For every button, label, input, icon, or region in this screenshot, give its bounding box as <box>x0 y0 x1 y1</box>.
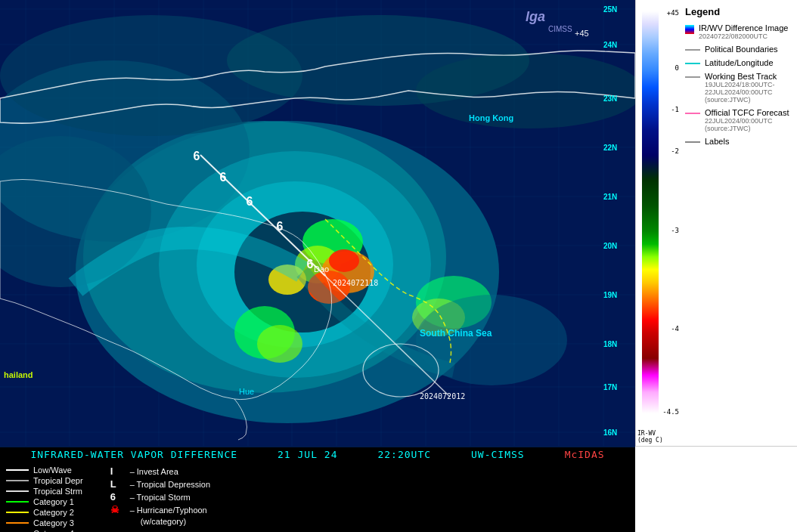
latlon-line <box>685 63 700 64</box>
svg-line-48 <box>200 155 325 276</box>
svg-text:2024072118: 2024072118 <box>333 279 378 287</box>
invest-symbol: I <box>110 466 126 477</box>
svg-text:South China Sea: South China Sea <box>420 328 492 339</box>
svg-text:CIMSS: CIMSS <box>548 25 572 33</box>
legend-ts-symbol: 6 – Tropical Storm <box>110 491 210 503</box>
svg-text:Hue: Hue <box>239 387 254 396</box>
legend-title: Legend <box>685 6 792 17</box>
svg-text:2024072012: 2024072012 <box>420 392 465 401</box>
bottom-bar: INFRARED-WATER VAPOR DIFFERENCE 21 JUL 2… <box>0 447 635 532</box>
invest-label: – Invest Area <box>130 467 178 476</box>
svg-point-32 <box>416 53 635 128</box>
ir-label: IR/WV Difference Image <box>699 23 788 32</box>
svg-point-47 <box>363 344 439 397</box>
color-bar <box>642 11 659 435</box>
track-legend-col: Low/Wave Tropical Depr Tropical Strm Cat… <box>0 462 89 532</box>
td-symbol-label: – Tropical Depression <box>130 480 210 489</box>
scale-0-label: 0 <box>675 64 679 72</box>
cat2-label: Category 2 <box>33 508 74 517</box>
td-label: Tropical Depr <box>33 476 83 485</box>
text-legend-area: Legend IR/WV Difference Image 20240722/0… <box>681 0 797 446</box>
svg-point-34 <box>197 181 393 348</box>
svg-text:17N: 17N <box>603 383 617 391</box>
legend-item-ts: Tropical Strm <box>6 487 83 496</box>
svg-text:16N: 16N <box>603 428 617 437</box>
svg-text:6: 6 <box>307 258 314 271</box>
legend-hurricane-symbol: ☠ – Hurricane/Typhoon <box>110 504 210 515</box>
scale-neg1-label: -1 <box>671 106 679 113</box>
software-text: McIDAS <box>565 449 605 460</box>
hurricane-symbol: ☠ <box>110 504 126 515</box>
svg-text:hailand: hailand <box>4 370 33 379</box>
svg-point-44 <box>416 276 492 329</box>
svg-point-40 <box>308 271 350 304</box>
svg-text:6: 6 <box>277 220 284 233</box>
legend-td-symbol: L – Tropical Depression <box>110 478 210 490</box>
svg-point-45 <box>412 298 465 336</box>
svg-text:6: 6 <box>220 171 227 184</box>
td-line <box>6 480 29 481</box>
color-scale-area: +45 0 -1 -2 -3 -4 -4.5 IR-WV(deg C) <box>635 0 681 446</box>
ir-timestamp: 20240722/082000UTC <box>699 32 788 40</box>
besttrack-date2: 22JUL2024/00:00UTC (source:JTWC) <box>705 88 792 104</box>
legend-invest: I – Invest Area <box>110 466 210 477</box>
infrared-label: INFRARED-WATER VAPOR DIFFERENCE 21 JUL 2… <box>0 449 635 460</box>
political-label: Political Boundaries <box>705 45 778 54</box>
svg-text:19N: 19N <box>603 291 617 299</box>
svg-point-37 <box>295 246 340 283</box>
legend-tcfc-item: Official TCFC Forecast 22JUL2024/00:00UT… <box>685 108 792 132</box>
cat1-line <box>6 501 29 503</box>
bottom-legend: Low/Wave Tropical Depr Tropical Strm Cat… <box>0 462 635 532</box>
svg-text:22N: 22N <box>603 144 617 152</box>
latlon-label: Latitude/Longitude <box>705 58 774 67</box>
symbol-legend-col: I – Invest Area L – Tropical Depression … <box>104 462 216 532</box>
legend-item-cat1: Category 1 <box>6 497 83 506</box>
svg-rect-0 <box>0 0 635 446</box>
svg-point-27 <box>83 121 446 393</box>
legend-besttrack-item: Working Best Track 19JUL2024/18:00UTC- 2… <box>685 72 792 104</box>
besttrack-label: Working Best Track <box>705 72 792 81</box>
legend-labels-item: Labels <box>685 137 792 146</box>
cat3-label: Category 3 <box>33 518 74 527</box>
labels-line <box>685 141 700 143</box>
bottom-right-panel <box>635 446 797 532</box>
svg-text:Dao: Dao <box>314 264 329 274</box>
legend-hurricane-sub: (w/category) <box>110 517 210 526</box>
ts-symbol: 6 <box>110 491 126 503</box>
tcfc-date: 22JUL2024/00:00UTC (source:JTWC) <box>705 117 792 132</box>
satellite-imagery: 6 6 6 6 6 Hong Kong South China Sea Hue … <box>0 0 635 446</box>
svg-text:lga: lga <box>526 9 545 24</box>
tcfc-label: Official TCFC Forecast <box>705 108 792 117</box>
ts-line <box>6 490 29 492</box>
scale-top-label: +45 <box>667 9 679 17</box>
cat4-label: Category 4 <box>33 529 74 532</box>
svg-text:23N: 23N <box>603 94 617 103</box>
time-text: 22:20UTC <box>377 449 431 460</box>
svg-text:20N: 20N <box>603 242 617 250</box>
legend-latlon-item: Latitude/Longitude <box>685 58 792 67</box>
tcfc-line <box>685 113 700 114</box>
hurricane-label: – Hurricane/Typhoon <box>130 506 207 515</box>
svg-point-42 <box>234 306 295 359</box>
svg-text:25N: 25N <box>603 5 617 14</box>
labels-label: Labels <box>705 137 729 146</box>
legend-item-cat3: Category 3 <box>6 518 83 527</box>
cat1-label: Category 1 <box>33 497 74 506</box>
legend-item-lowwave: Low/Wave <box>6 466 83 475</box>
td-symbol: L <box>110 478 126 490</box>
svg-point-36 <box>302 219 363 264</box>
besttrack-date1: 19JUL2024/18:00UTC- <box>705 81 792 88</box>
ts-label: Tropical Strm <box>33 487 82 496</box>
scale-neg2-label: -2 <box>671 147 679 155</box>
svg-point-29 <box>0 136 151 287</box>
legend-item-cat2: Category 2 <box>6 508 83 517</box>
low-wave-line <box>6 469 29 471</box>
ir-label-text: INFRARED-WATER VAPOR DIFFERENCE <box>30 449 237 460</box>
svg-point-33 <box>159 151 431 378</box>
hurricane-sub-label: (w/category) <box>130 517 187 526</box>
date-text: 21 JUL 24 <box>278 449 337 460</box>
cat3-line <box>6 522 29 524</box>
cat2-line <box>6 512 29 513</box>
svg-point-35 <box>234 212 371 332</box>
svg-point-30 <box>0 15 302 136</box>
